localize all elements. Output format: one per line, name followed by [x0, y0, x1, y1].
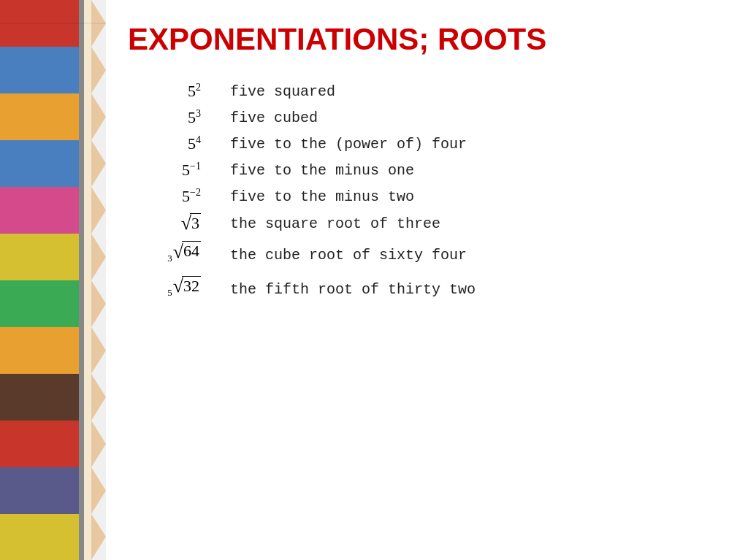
table-row: 52 five squared [128, 82, 476, 105]
math-description: the fifth root of thirty two [230, 276, 476, 307]
pencil-sidebar [0, 0, 106, 560]
svg-rect-23 [84, 234, 91, 280]
table-row: 54 five to the (power of) four [128, 134, 476, 158]
svg-rect-34 [0, 374, 84, 421]
svg-rect-46 [0, 514, 84, 560]
sqrt-radicand: 64 [182, 241, 201, 261]
math-expression: 52 [128, 82, 230, 105]
sqrt-expression: √3 [181, 213, 201, 233]
svg-rect-7 [84, 47, 91, 93]
table-row: 53 five cubed [128, 108, 476, 131]
table-row: 5−1 five to the minus one [128, 161, 476, 184]
svg-rect-47 [84, 514, 91, 560]
svg-rect-15 [84, 140, 91, 187]
svg-rect-29 [79, 280, 84, 327]
math-expression: 5−2 [128, 187, 230, 210]
math-expression: 5−1 [128, 161, 230, 184]
fifth-root-expression: 5√32 [167, 276, 201, 296]
page-title: EXPONENTIATIONS; ROOTS [128, 22, 719, 57]
table-row: √3 the square root of three [128, 213, 476, 238]
math-description: five to the minus two [230, 187, 476, 210]
svg-rect-45 [79, 467, 84, 514]
svg-rect-9 [79, 47, 84, 93]
svg-rect-13 [79, 93, 84, 140]
svg-rect-25 [79, 234, 84, 280]
svg-rect-17 [79, 140, 84, 187]
svg-rect-22 [0, 234, 84, 280]
svg-rect-35 [84, 374, 91, 421]
math-description: five to the (power of) four [230, 134, 476, 158]
superscript: −1 [190, 161, 201, 172]
svg-rect-49 [79, 514, 84, 560]
svg-rect-31 [84, 327, 91, 374]
svg-rect-18 [0, 187, 84, 234]
svg-rect-33 [79, 327, 84, 374]
sqrt-radicand: 32 [182, 276, 201, 296]
math-description: five cubed [230, 108, 476, 131]
svg-rect-27 [84, 280, 91, 327]
svg-rect-10 [0, 93, 84, 140]
main-content: EXPONENTIATIONS; ROOTS 52 five squared 5… [106, 0, 748, 560]
math-expression: 5√32 [128, 276, 230, 307]
math-description: the cube root of sixty four [230, 241, 476, 272]
table-row: 3√64 the cube root of sixty four [128, 241, 476, 272]
math-table: 52 five squared 53 five cubed 54 five to… [128, 79, 476, 310]
math-description: five to the minus one [230, 161, 476, 184]
math-description: five squared [230, 82, 476, 105]
svg-rect-42 [0, 467, 84, 514]
table-row: 5√32 the fifth root of thirty two [128, 276, 476, 307]
math-expression: √3 [128, 213, 230, 238]
math-expression: 53 [128, 108, 230, 131]
svg-rect-6 [0, 47, 84, 93]
svg-rect-11 [84, 93, 91, 140]
svg-rect-39 [84, 421, 91, 467]
svg-rect-26 [0, 280, 84, 327]
svg-rect-19 [84, 187, 91, 234]
cbrt-expression: 3√64 [167, 241, 201, 261]
svg-rect-21 [79, 187, 84, 234]
superscript: 4 [196, 134, 201, 145]
svg-rect-14 [0, 140, 84, 187]
math-expression: 3√64 [128, 241, 230, 272]
svg-rect-41 [79, 421, 84, 467]
svg-rect-38 [0, 421, 84, 467]
svg-rect-43 [84, 467, 91, 514]
sqrt-radicand: 3 [190, 213, 201, 233]
svg-rect-30 [0, 327, 84, 374]
math-description: the square root of three [230, 213, 476, 238]
table-row: 5−2 five to the minus two [128, 187, 476, 210]
superscript: 2 [196, 82, 201, 93]
superscript: −2 [190, 187, 201, 198]
svg-rect-37 [79, 374, 84, 421]
math-expression: 54 [128, 134, 230, 158]
superscript: 3 [196, 108, 201, 119]
